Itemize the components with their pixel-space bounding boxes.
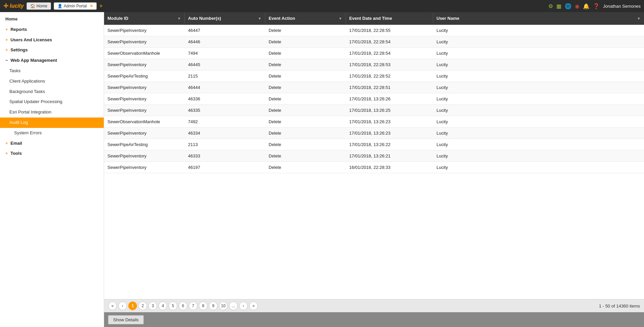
cell-date: 17/01/2018, 13:26:21 (346, 151, 433, 160)
sidebar-item-tools[interactable]: + Tools (0, 148, 104, 159)
cell-module: SewerPipeInventory (104, 94, 185, 103)
cell-auto: 46444 (185, 83, 265, 92)
cell-auto: 2113 (185, 140, 265, 149)
user-name: Jonathan Semones (603, 4, 641, 9)
table-row[interactable]: SewerPipeInventory 46197 Delete 16/01/20… (104, 162, 644, 173)
pagination-last[interactable]: » (249, 301, 258, 310)
show-details-button[interactable]: Show Details (108, 315, 144, 324)
cell-auto: 46333 (185, 151, 265, 160)
cell-module: SewerPipeInventory (104, 151, 185, 160)
sidebar-item-users-licenses[interactable]: + Users And Licenses (0, 35, 104, 45)
table-row[interactable]: SewerPipeInventory 46336 Delete 17/01/20… (104, 93, 644, 105)
col-user-label: User Name (436, 16, 459, 21)
pagination-first[interactable]: « (108, 301, 117, 310)
tab-home-label: Home (37, 4, 47, 8)
sidebar-item-home[interactable]: Home (0, 14, 104, 25)
table-row[interactable]: SewerPipeInventory 46445 Delete 17/01/20… (104, 59, 644, 71)
sidebar-item-settings[interactable]: + Settings (0, 45, 104, 55)
pagination-page-6[interactable]: 6 (179, 301, 187, 310)
table-row[interactable]: SewerPipeInventory 46447 Delete 17/01/20… (104, 25, 644, 36)
add-tab-button[interactable]: + (99, 3, 103, 10)
table-row[interactable]: SewerPipeAirTesting 2115 Delete 17/01/20… (104, 71, 644, 82)
cell-action: Delete (265, 140, 346, 149)
cell-action: Delete (265, 117, 346, 126)
table-row[interactable]: SewerPipeInventory 46333 Delete 17/01/20… (104, 150, 644, 162)
col-auto-label: Auto Number(s) (188, 16, 221, 21)
pagination-page-2[interactable]: 2 (138, 301, 147, 310)
logo-text: lucity (10, 3, 24, 9)
pagination-prev[interactable]: ‹ (118, 301, 127, 310)
grid-icon[interactable]: ▦ (556, 3, 561, 9)
pagination-page-8[interactable]: 8 (199, 301, 208, 310)
sidebar-item-client-apps[interactable]: Client Applications (0, 76, 104, 87)
table-row[interactable]: SewerPipeInventory 46335 Delete 17/01/20… (104, 105, 644, 116)
tab-close-icon[interactable]: ✕ (90, 4, 93, 8)
table-row[interactable]: SewerPipeInventory 46446 Delete 17/01/20… (104, 36, 644, 48)
pagination-page-9[interactable]: 9 (209, 301, 218, 310)
sidebar-item-email[interactable]: + Email (0, 138, 104, 149)
cell-module: SewerPipeInventory (104, 163, 185, 172)
pagination-page-3[interactable]: 3 (148, 301, 157, 310)
cell-module: SewerPipeInventory (104, 60, 185, 69)
cell-user: Lucity (433, 129, 644, 138)
cell-auto: 46446 (185, 37, 265, 46)
cell-action: Delete (265, 106, 346, 115)
cell-action: Delete (265, 72, 346, 81)
cell-user: Lucity (433, 163, 644, 172)
dial-icon[interactable]: ◉ (575, 3, 580, 9)
cell-user: Lucity (433, 83, 644, 92)
col-user-filter[interactable]: ▼ (637, 16, 641, 20)
sidebar-item-audit-log[interactable]: Audit Log (0, 118, 104, 128)
help-icon[interactable]: ❓ (593, 3, 600, 9)
cell-date: 17/01/2018, 13:26:25 (346, 106, 433, 115)
cell-date: 17/01/2018, 22:28:55 (346, 26, 433, 35)
pagination-page-7[interactable]: 7 (189, 301, 197, 310)
col-header-action: Event Action ▼ (265, 13, 346, 24)
sidebar-item-system-errors[interactable]: System Errors (0, 128, 104, 138)
col-module-filter[interactable]: ▼ (177, 16, 181, 20)
home-icon: 🏠 (30, 4, 35, 8)
layout: Home+ Reports+ Users And Licenses+ Setti… (0, 12, 644, 327)
pagination-page-5[interactable]: 5 (169, 301, 177, 310)
cell-user: Lucity (433, 140, 644, 149)
sidebar-item-background-tasks[interactable]: Background Tasks (0, 87, 104, 97)
table-row[interactable]: SewerPipeInventory 46334 Delete 17/01/20… (104, 128, 644, 139)
cell-action: Delete (265, 37, 346, 46)
table-row[interactable]: SewerPipeAirTesting 2113 Delete 17/01/20… (104, 139, 644, 150)
pagination-ellipsis[interactable]: ... (229, 301, 238, 310)
col-auto-filter[interactable]: ▼ (258, 16, 262, 20)
cell-auto: 46447 (185, 26, 265, 35)
tab-home[interactable]: 🏠 Home (27, 2, 51, 10)
cell-date: 17/01/2018, 22:28:52 (346, 72, 433, 81)
pagination-next[interactable]: › (239, 301, 248, 310)
table-row[interactable]: SewerPipeInventory 46444 Delete 17/01/20… (104, 82, 644, 93)
globe-icon[interactable]: 🌐 (565, 3, 571, 9)
cell-auto: 46445 (185, 60, 265, 69)
cell-date: 17/01/2018, 13:26:23 (346, 117, 433, 126)
sidebar-item-esri-portal[interactable]: Esri Portal Integration (0, 107, 104, 118)
table-row[interactable]: SewerObservationManhole 7492 Delete 17/0… (104, 116, 644, 128)
sidebar-item-spatial-updater[interactable]: Spatial Updater Processing (0, 97, 104, 107)
cell-user: Lucity (433, 26, 644, 35)
tab-admin-portal[interactable]: 👤 Admin Portal ✕ (54, 2, 97, 10)
pagination-page-4[interactable]: 4 (158, 301, 167, 310)
pagination-page-1[interactable]: 1 (128, 301, 137, 310)
sidebar-item-reports[interactable]: + Reports (0, 25, 104, 35)
sidebar-item-web-app-mgmt[interactable]: − Web App Management (0, 55, 104, 66)
pagination-info: 1 - 50 of 14360 items (599, 303, 640, 309)
pagination-page-10[interactable]: 10 (219, 301, 228, 310)
cell-action: Delete (265, 94, 346, 103)
gear-icon[interactable]: ⚙ (548, 3, 553, 9)
tab-admin-portal-label: Admin Portal (64, 4, 87, 8)
bell-icon[interactable]: 🔔 (583, 3, 590, 9)
cell-date: 17/01/2018, 13:26:23 (346, 129, 433, 138)
cell-module: SewerObservationManhole (104, 117, 185, 126)
cell-auto: 46335 (185, 106, 265, 115)
cell-auto: 46336 (185, 94, 265, 103)
cell-action: Delete (265, 129, 346, 138)
col-header-auto: Auto Number(s) ▼ (185, 13, 265, 24)
col-action-filter[interactable]: ▼ (338, 16, 342, 20)
table-row[interactable]: SewerObservationManhole 7494 Delete 17/0… (104, 48, 644, 59)
cell-action: Delete (265, 60, 346, 69)
sidebar-item-tasks[interactable]: Tasks (0, 66, 104, 76)
